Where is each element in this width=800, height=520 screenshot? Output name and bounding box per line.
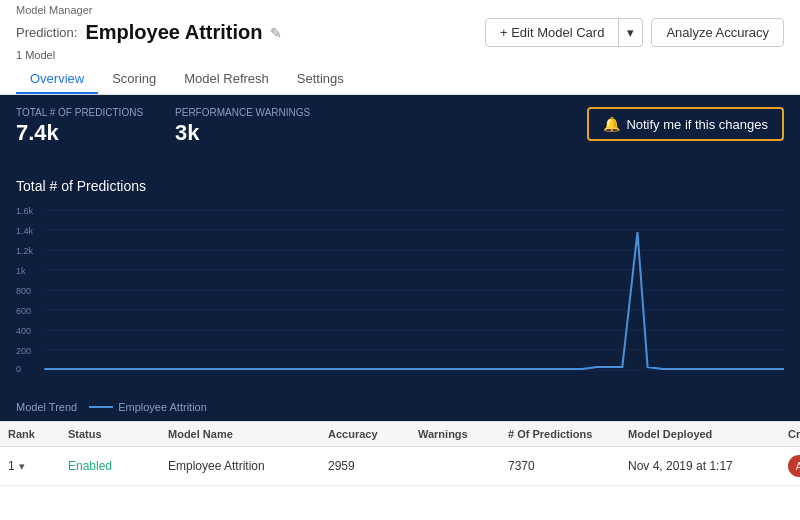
- svg-text:1k: 1k: [16, 266, 26, 276]
- total-predictions-label: Total # of Predictions: [16, 107, 143, 118]
- edit-model-card-button[interactable]: + Edit Model Card: [485, 18, 619, 47]
- td-predictions: 7370: [508, 459, 628, 473]
- th-accuracy: Accuracy: [328, 428, 418, 440]
- th-warnings: Warnings: [418, 428, 508, 440]
- trend-label: Model Trend: [16, 401, 77, 413]
- th-creator: Creator: [788, 428, 800, 440]
- th-model-name: Model Name: [168, 428, 328, 440]
- edit-model-card-dropdown[interactable]: ▾: [619, 18, 643, 47]
- th-status: Status: [68, 428, 168, 440]
- legend-text: Employee Attrition: [118, 401, 207, 413]
- notify-button-label: Notify me if this changes: [626, 117, 768, 132]
- prediction-row: Prediction: Employee Attrition ✎ + Edit …: [16, 18, 784, 47]
- trend-line-legend: Employee Attrition: [89, 401, 207, 413]
- performance-warnings-value: 3k: [175, 120, 310, 146]
- prediction-title: Prediction: Employee Attrition ✎: [16, 21, 282, 44]
- table-row: 1 ▾ Enabled Employee Attrition 2959 7370…: [0, 447, 800, 486]
- svg-text:1.4k: 1.4k: [16, 226, 34, 236]
- svg-text:200: 200: [16, 346, 31, 356]
- rank-value: 1: [8, 459, 15, 473]
- table-section: Rank Status Model Name Accuracy Warnings…: [0, 421, 800, 486]
- td-deployed: Nov 4, 2019 at 1:17: [628, 459, 788, 473]
- performance-warnings-metric: Performance Warnings 3k: [175, 107, 310, 146]
- bell-icon: 🔔: [603, 116, 620, 132]
- prediction-name: Employee Attrition: [85, 21, 262, 44]
- table-header-row: Rank Status Model Name Accuracy Warnings…: [0, 422, 800, 447]
- chart-container: 1.6k 1.4k 1.2k 1k 800 600 400 200 0: [16, 202, 784, 397]
- rank-dropdown-icon[interactable]: ▾: [19, 460, 25, 473]
- notify-button[interactable]: 🔔 Notify me if this changes: [587, 107, 784, 141]
- svg-text:0: 0: [16, 364, 21, 374]
- td-accuracy: 2959: [328, 459, 418, 473]
- svg-text:800: 800: [16, 286, 31, 296]
- dashboard-panel: Total # of Predictions 7.4k Performance …: [0, 95, 800, 170]
- model-trend-legend: Model Trend Employee Attrition: [0, 397, 800, 421]
- th-predictions: # of Predictions: [508, 428, 628, 440]
- analyze-accuracy-button[interactable]: Analyze Accuracy: [651, 18, 784, 47]
- tabs: Overview Scoring Model Refresh Settings: [16, 65, 784, 94]
- dashboard-top: Total # of Predictions 7.4k Performance …: [16, 107, 784, 146]
- th-rank: Rank: [8, 428, 68, 440]
- tab-overview[interactable]: Overview: [16, 65, 98, 94]
- td-model-name: Employee Attrition: [168, 459, 328, 473]
- tab-settings[interactable]: Settings: [283, 65, 358, 94]
- svg-text:1.6k: 1.6k: [16, 206, 34, 216]
- td-status: Enabled: [68, 459, 168, 473]
- total-predictions-value: 7.4k: [16, 120, 143, 146]
- model-count: 1 Model: [16, 49, 784, 61]
- performance-warnings-label: Performance Warnings: [175, 107, 310, 118]
- tab-scoring[interactable]: Scoring: [98, 65, 170, 94]
- svg-text:400: 400: [16, 326, 31, 336]
- legend-line: [89, 406, 113, 408]
- svg-text:600: 600: [16, 306, 31, 316]
- chart-title: Total # of Predictions: [16, 178, 784, 194]
- avatar: A: [788, 455, 800, 477]
- chart-svg: 1.6k 1.4k 1.2k 1k 800 600 400 200 0: [16, 202, 784, 377]
- edit-icon[interactable]: ✎: [270, 25, 282, 41]
- chart-section: Total # of Predictions 1.6k 1.4k 1.2k 1k…: [0, 170, 800, 397]
- total-predictions-metric: Total # of Predictions 7.4k: [16, 107, 143, 146]
- svg-text:1.2k: 1.2k: [16, 246, 34, 256]
- prediction-label: Prediction:: [16, 25, 77, 40]
- td-creator: A Admin User ▾: [788, 455, 800, 477]
- app-header: Model Manager Prediction: Employee Attri…: [0, 0, 800, 95]
- th-deployed: Model Deployed: [628, 428, 788, 440]
- header-actions: + Edit Model Card ▾ Analyze Accuracy: [485, 18, 784, 47]
- tab-model-refresh[interactable]: Model Refresh: [170, 65, 283, 94]
- td-rank: 1 ▾: [8, 459, 68, 473]
- app-label: Model Manager: [16, 4, 784, 16]
- dashboard-metrics: Total # of Predictions 7.4k Performance …: [16, 107, 310, 146]
